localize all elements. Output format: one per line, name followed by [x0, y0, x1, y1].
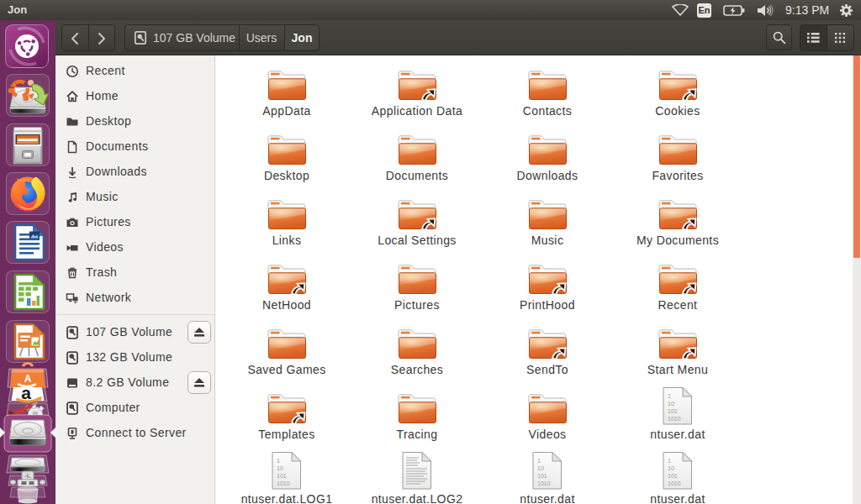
svg-text:a: a	[21, 383, 31, 402]
